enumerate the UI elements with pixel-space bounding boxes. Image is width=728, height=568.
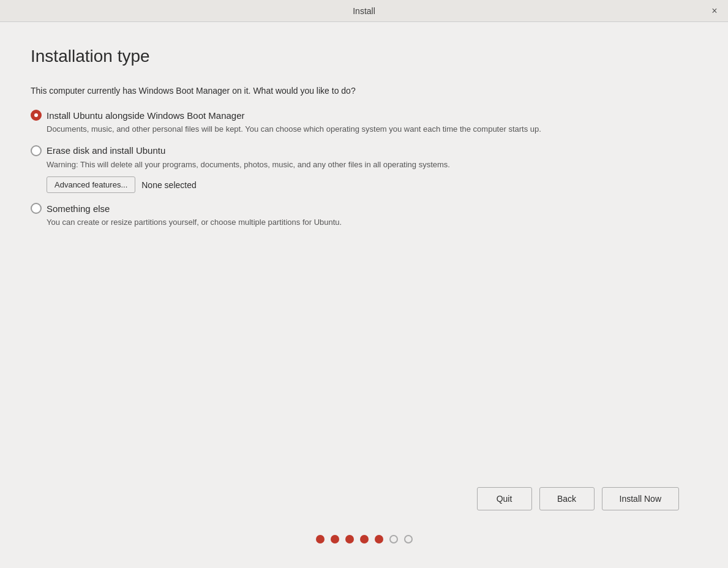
- progress-dot-2: [331, 535, 339, 543]
- option-3-label: Something else: [47, 203, 110, 214]
- option-install-alongside: Install Ubuntu alongside Windows Boot Ma…: [31, 110, 697, 135]
- close-icon: ×: [711, 6, 717, 17]
- progress-dot-1: [316, 535, 325, 543]
- advanced-status: None selected: [141, 180, 197, 190]
- description-text: This computer currently has Windows Boot…: [31, 85, 697, 97]
- radio-erase-disk[interactable]: [31, 145, 42, 156]
- option-3-description: You can create or resize partitions your…: [47, 216, 697, 229]
- option-2-row[interactable]: Erase disk and install Ubuntu: [31, 145, 697, 156]
- titlebar: Install ×: [0, 0, 728, 22]
- spacer: [31, 238, 697, 488]
- advanced-features-button[interactable]: Advanced features...: [47, 176, 135, 193]
- advanced-features-row: Advanced features... None selected: [47, 176, 697, 193]
- progress-dot-3: [345, 535, 354, 543]
- back-button[interactable]: Back: [539, 487, 595, 510]
- bottom-area: Quit Back Install Now: [31, 487, 697, 556]
- install-now-button[interactable]: Install Now: [602, 487, 679, 510]
- progress-dots: [316, 535, 413, 543]
- progress-dot-6: [389, 535, 398, 543]
- progress-dot-7: [404, 535, 413, 543]
- install-window: Install × Installation type This compute…: [0, 0, 728, 568]
- quit-button[interactable]: Quit: [477, 487, 532, 510]
- option-erase-disk: Erase disk and install Ubuntu Warning: T…: [31, 145, 697, 194]
- page-title: Installation type: [31, 47, 697, 66]
- option-1-label: Install Ubuntu alongside Windows Boot Ma…: [47, 110, 245, 121]
- close-button[interactable]: ×: [708, 5, 721, 17]
- option-3-row[interactable]: Something else: [31, 203, 697, 214]
- option-2-label: Erase disk and install Ubuntu: [47, 145, 165, 156]
- options-area: Install Ubuntu alongside Windows Boot Ma…: [31, 110, 697, 238]
- radio-something-else[interactable]: [31, 203, 42, 214]
- option-1-description: Documents, music, and other personal fil…: [47, 123, 697, 135]
- main-content: Installation type This computer currentl…: [0, 22, 728, 568]
- button-row: Quit Back Install Now: [31, 487, 697, 510]
- option-something-else: Something else You can create or resize …: [31, 203, 697, 229]
- progress-dot-4: [360, 535, 369, 543]
- option-2-description: Warning: This will delete all your progr…: [47, 159, 697, 171]
- progress-dot-5: [375, 535, 383, 543]
- option-1-row[interactable]: Install Ubuntu alongside Windows Boot Ma…: [31, 110, 697, 121]
- window-title: Install: [353, 6, 375, 16]
- radio-install-alongside[interactable]: [31, 110, 42, 121]
